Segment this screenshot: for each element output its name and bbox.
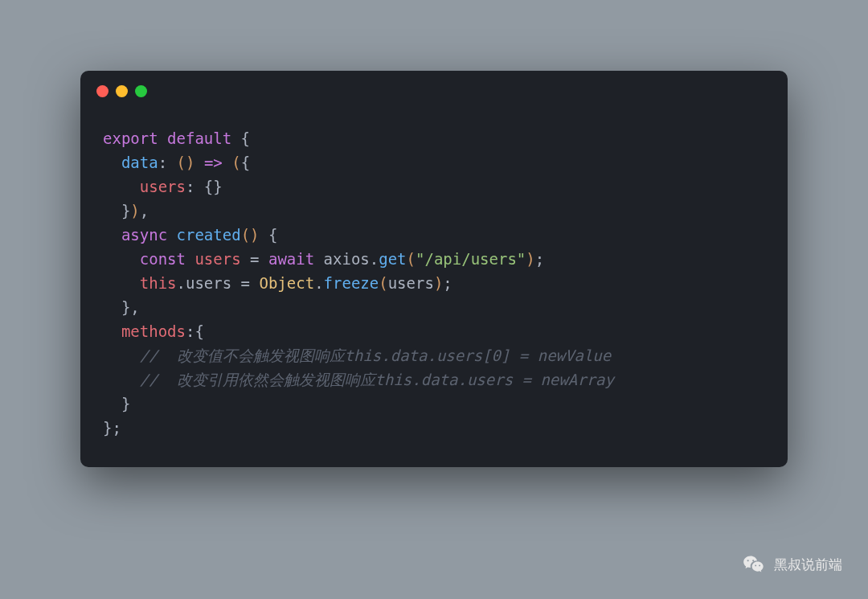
code-token: ; [535, 250, 544, 268]
code-token: users [194, 250, 240, 268]
code-token: ) [250, 226, 259, 244]
code-token: get [379, 250, 406, 268]
code-token [223, 154, 231, 171]
code-token [103, 274, 140, 292]
code-token [103, 154, 121, 171]
code-comment: // 改变引用依然会触发视图响应this.data.users = newArr… [140, 371, 614, 388]
code-token: { [260, 226, 278, 244]
minimize-icon[interactable] [116, 85, 128, 97]
attribution-text: 黑叔说前端 [774, 556, 842, 574]
code-token: => [204, 154, 223, 171]
code-token: users [140, 178, 186, 195]
code-token [103, 250, 140, 268]
code-token: .users = [177, 274, 260, 292]
code-token: , [140, 202, 149, 219]
code-token: ( [379, 274, 387, 292]
code-token: } [103, 395, 130, 412]
code-token: } [103, 202, 130, 219]
code-token: ) [186, 154, 194, 171]
code-token: { [241, 154, 250, 171]
code-token [186, 250, 194, 268]
attribution: 黑叔说前端 [742, 552, 842, 576]
maximize-icon[interactable] [135, 85, 147, 97]
code-token: data [121, 154, 158, 171]
code-token: ) [130, 202, 139, 219]
code-token: ( [407, 250, 416, 268]
code-token [194, 154, 203, 171]
code-comment: // 改变值不会触发视图响应this.data.users[0] = newVa… [140, 347, 612, 364]
code-token: methods [121, 322, 186, 340]
code-token: = [241, 250, 268, 268]
code-token: export [103, 129, 158, 147]
code-token: freeze [324, 274, 379, 292]
code-token: ( [177, 154, 186, 171]
code-token: ( [231, 154, 240, 171]
code-token: :{ [186, 322, 204, 340]
code-token: users [388, 274, 434, 292]
code-token: default [167, 129, 231, 147]
code-token: }, [103, 298, 140, 316]
code-token: async [121, 226, 167, 244]
code-token: { [231, 129, 250, 147]
code-token [103, 178, 140, 195]
code-token [103, 347, 140, 364]
code-token: created [177, 226, 241, 244]
code-block: export default { data: () => ({ users: {… [80, 102, 788, 467]
code-token: Object [259, 274, 314, 292]
code-token: ; [443, 274, 452, 292]
code-token: ) [434, 274, 443, 292]
code-token [103, 322, 121, 340]
code-token [167, 226, 176, 244]
code-token: ) [526, 250, 534, 268]
code-token: : {} [186, 178, 223, 195]
code-token: const [140, 250, 186, 268]
code-token: ( [241, 226, 250, 244]
close-icon[interactable] [96, 85, 108, 97]
code-token: axios. [314, 250, 379, 268]
code-token: "/api/users" [416, 250, 526, 268]
code-token: await [268, 250, 314, 268]
code-token: this [140, 274, 177, 292]
window-titlebar [80, 71, 788, 102]
code-token: : [158, 154, 177, 171]
code-token [103, 226, 121, 244]
wechat-icon [742, 552, 766, 576]
code-window: export default { data: () => ({ users: {… [80, 71, 788, 467]
code-token: . [314, 274, 323, 292]
code-token [103, 371, 140, 388]
code-token: }; [103, 419, 121, 437]
